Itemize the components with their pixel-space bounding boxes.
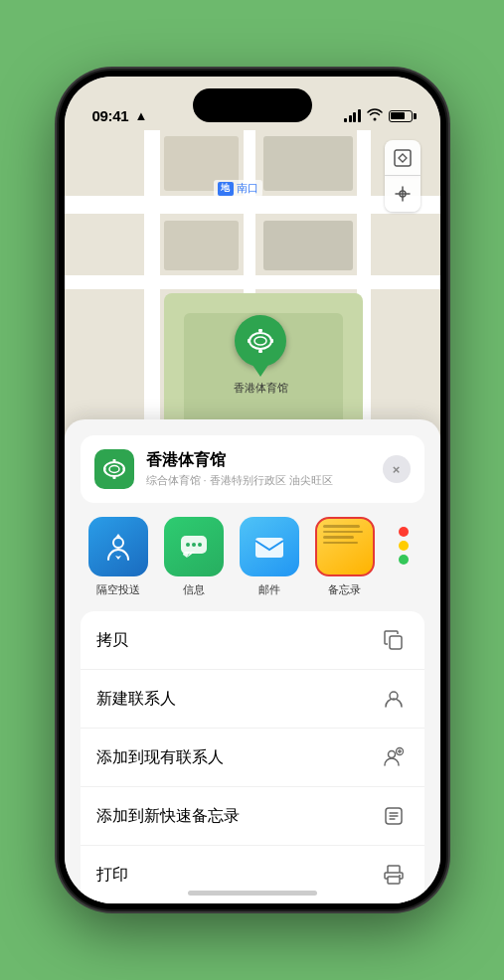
map-label-nankou: 地 南口 (214, 180, 262, 197)
action-copy[interactable]: 拷贝 (81, 611, 424, 670)
svg-rect-20 (390, 636, 402, 649)
svg-rect-19 (255, 538, 283, 558)
map-block-4 (263, 221, 353, 270)
svg-rect-0 (395, 150, 411, 166)
wifi-icon (367, 107, 383, 124)
close-button[interactable]: × (383, 455, 411, 483)
print-label: 打印 (96, 865, 128, 886)
svg-rect-10 (112, 459, 115, 462)
svg-rect-11 (112, 477, 115, 480)
bottom-sheet: 香港体育馆 综合体育馆 · 香港特别行政区 油尖旺区 × (65, 419, 440, 903)
home-indicator (188, 891, 317, 896)
svg-rect-7 (270, 339, 273, 343)
location-card: 香港体育馆 综合体育馆 · 香港特别行政区 油尖旺区 × (81, 435, 424, 503)
share-item-notes[interactable]: 备忘录 (307, 517, 383, 597)
svg-point-2 (250, 333, 271, 349)
dynamic-island (193, 88, 312, 122)
signal-bars-icon (344, 109, 361, 122)
copy-label: 拷贝 (96, 630, 128, 651)
location-name: 香港体育馆 (146, 450, 383, 471)
add-notes-icon (379, 801, 409, 831)
location-button[interactable] (385, 176, 420, 212)
location-logo (94, 449, 134, 489)
more-dots (399, 527, 409, 565)
svg-point-27 (399, 875, 401, 877)
svg-rect-6 (248, 339, 251, 343)
action-add-notes[interactable]: 添加到新快速备忘录 (81, 787, 424, 846)
print-icon (379, 860, 409, 890)
dot-red (399, 527, 409, 537)
nankou-label: 南口 (237, 181, 258, 196)
svg-point-22 (388, 751, 395, 758)
dot-yellow (399, 541, 409, 551)
svg-rect-12 (103, 468, 106, 471)
svg-point-9 (109, 466, 119, 473)
pin-label: 香港体育馆 (234, 381, 288, 396)
svg-point-3 (254, 337, 266, 345)
share-row: 隔空投送 信息 (65, 503, 440, 611)
mail-icon (240, 517, 299, 576)
add-existing-icon (379, 742, 409, 772)
add-existing-label: 添加到现有联系人 (96, 747, 224, 768)
mail-label: 邮件 (258, 582, 280, 597)
message-icon (164, 517, 224, 576)
svg-point-14 (113, 538, 123, 548)
pin-circle (235, 315, 286, 367)
message-label: 信息 (183, 582, 205, 597)
phone-screen: 09:41 ▲ (65, 77, 440, 903)
map-block-3 (164, 221, 239, 270)
notes-label: 备忘录 (328, 582, 361, 597)
share-item-mail[interactable]: 邮件 (232, 517, 307, 597)
map-block-2 (263, 136, 353, 191)
copy-icon (379, 625, 409, 655)
action-new-contact[interactable]: 新建联系人 (81, 670, 424, 729)
stadium-pin[interactable]: 香港体育馆 (234, 315, 288, 396)
share-item-airdrop[interactable]: 隔空投送 (81, 517, 156, 597)
phone-frame: 09:41 ▲ (59, 71, 446, 909)
subway-icon: 地 (218, 182, 234, 196)
new-contact-icon (379, 684, 409, 714)
airdrop-label: 隔空投送 (96, 582, 140, 597)
battery-icon (389, 110, 413, 122)
svg-point-8 (104, 462, 124, 476)
svg-rect-5 (258, 350, 262, 353)
svg-rect-26 (388, 877, 400, 884)
action-list: 拷贝 新建联系人 (81, 611, 424, 903)
status-time: 09:41 (92, 107, 129, 124)
share-item-message[interactable]: 信息 (156, 517, 232, 597)
new-contact-label: 新建联系人 (96, 689, 176, 710)
status-icons (344, 107, 413, 124)
map-controls (385, 140, 420, 212)
location-arrow-icon: ▲ (134, 108, 147, 123)
svg-rect-4 (258, 329, 262, 332)
share-more-indicator (383, 517, 424, 565)
svg-point-17 (192, 543, 196, 547)
svg-rect-13 (122, 468, 125, 471)
location-info: 香港体育馆 综合体育馆 · 香港特别行政区 油尖旺区 (146, 450, 383, 488)
map-type-button[interactable] (385, 140, 420, 176)
svg-rect-25 (388, 866, 400, 873)
airdrop-icon (88, 517, 148, 576)
svg-point-18 (198, 543, 202, 547)
dot-green (399, 555, 409, 565)
svg-point-16 (186, 543, 190, 547)
action-add-existing[interactable]: 添加到现有联系人 (81, 729, 424, 787)
location-detail: 综合体育馆 · 香港特别行政区 油尖旺区 (146, 473, 383, 488)
add-notes-label: 添加到新快速备忘录 (96, 806, 240, 827)
notes-icon (315, 517, 375, 576)
